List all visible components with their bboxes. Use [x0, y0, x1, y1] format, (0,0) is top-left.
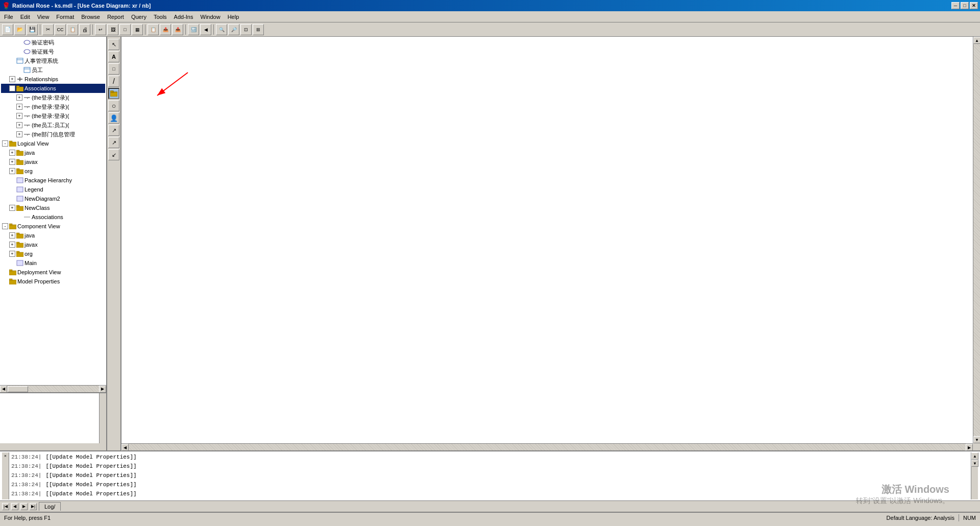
tree-expand-javax[interactable]: + — [9, 159, 15, 165]
close-button[interactable]: ✕ — [970, 2, 978, 9]
menu-format[interactable]: Format — [53, 13, 77, 21]
tree-expand-newclass[interactable]: + — [9, 205, 15, 211]
v-scroll-up[interactable]: ▲ — [973, 37, 980, 44]
menu-report[interactable]: Report — [104, 13, 127, 21]
tree-item-main[interactable]: Main — [1, 258, 105, 268]
h-scroll-thumb[interactable] — [8, 386, 28, 392]
tool-folder[interactable] — [108, 88, 119, 99]
tb-save[interactable]: 💾 — [27, 24, 38, 35]
tree-item-relationships[interactable]: +Relationships — [1, 75, 105, 84]
tool-arrow1[interactable]: ↗ — [108, 125, 119, 136]
tool-actor[interactable]: 👤 — [108, 112, 119, 124]
log-v-scrollbar[interactable]: ▲ ▼ — [971, 452, 978, 499]
tb-b3[interactable]: 📥 — [172, 24, 183, 35]
tool-arrow2[interactable]: ↗ — [108, 137, 119, 148]
menu-help[interactable]: Help — [225, 13, 242, 21]
tree-expand-java[interactable]: + — [9, 150, 15, 156]
tb-copy[interactable]: CC — [55, 24, 66, 35]
h-scroll-right-canvas[interactable]: ▶ — [966, 444, 973, 451]
tree-h-scrollbar[interactable]: ◀ ▶ — [0, 385, 106, 392]
tb-cut[interactable]: ✂ — [42, 24, 54, 35]
tree-expand-assoc1[interactable]: + — [16, 94, 22, 101]
tree-item-pkghier[interactable]: Package Hierarchy — [1, 176, 105, 185]
tb-print[interactable]: 🖨 — [79, 24, 90, 35]
tree-expand-associations[interactable]: - — [9, 85, 15, 91]
menu-browse[interactable]: Browse — [78, 13, 103, 21]
tb-fit2[interactable]: ⊞ — [253, 24, 264, 35]
tb-prev[interactable]: ◀ — [200, 24, 211, 35]
tree-item-yanzhengzhanghao[interactable]: 验证账号 — [1, 47, 105, 56]
tree-item-modelprops[interactable]: Model Properties — [1, 277, 105, 286]
tree-expand-relationships[interactable]: + — [9, 76, 15, 82]
log-tab[interactable]: Log/ — [39, 502, 61, 511]
h-scroll-right[interactable]: ▶ — [99, 386, 106, 393]
menu-window[interactable]: Window — [198, 13, 224, 21]
tb-open[interactable]: 📂 — [14, 24, 26, 35]
menu-edit[interactable]: Edit — [17, 13, 33, 21]
canvas-v-scrollbar[interactable]: ▲ ▼ — [973, 37, 980, 443]
tree-expand-java2[interactable]: + — [9, 232, 15, 238]
v-scroll-track[interactable] — [973, 44, 980, 436]
log-nav-next[interactable]: ▶ — [20, 503, 28, 510]
h-scroll-track-canvas[interactable] — [129, 444, 966, 450]
tree-item-associations2[interactable]: Associations — [1, 212, 105, 222]
menu-query[interactable]: Query — [128, 13, 150, 21]
tool-select[interactable]: ↖ — [108, 39, 119, 50]
tb-paste[interactable]: 📋 — [67, 24, 78, 35]
tree-item-javax2[interactable]: +javax — [1, 240, 105, 249]
tree-item-newdiag2[interactable]: NewDiagram2 — [1, 194, 105, 203]
canvas-area[interactable] — [121, 37, 973, 443]
tb-box1[interactable]: □ — [119, 24, 131, 35]
tb-fit1[interactable]: ⊡ — [240, 24, 252, 35]
tb-undo[interactable]: ↩ — [95, 24, 106, 35]
log-nav-last[interactable]: ▶| — [30, 503, 37, 510]
tree-item-legend[interactable]: Legend — [1, 185, 105, 194]
tree-item-java2[interactable]: +java — [1, 231, 105, 240]
tree-item-assoc2[interactable]: +✓(the登录:登录)( — [1, 102, 105, 111]
tool-text[interactable]: A — [108, 51, 119, 62]
log-close-button[interactable]: ✕ — [4, 453, 7, 458]
h-scroll-left[interactable]: ◀ — [0, 386, 7, 393]
minimize-button[interactable]: ─ — [951, 2, 960, 9]
tool-arrow3[interactable]: ↙ — [108, 149, 119, 160]
tree-item-deployview[interactable]: Deployment View — [1, 268, 105, 277]
tool-line[interactable]: / — [108, 76, 119, 87]
tree-item-org[interactable]: +org — [1, 166, 105, 176]
h-scroll-left-canvas[interactable]: ◀ — [121, 444, 129, 451]
tree-item-assoc1[interactable]: +✓(the登录:登录)( — [1, 93, 105, 102]
log-scroll-up[interactable]: ▲ — [971, 452, 978, 460]
v-scroll-down[interactable]: ▼ — [973, 436, 980, 443]
tb-image[interactable]: 🖼 — [107, 24, 118, 35]
canvas-h-scrollbar[interactable]: ◀ ▶ — [121, 443, 973, 450]
tree-item-associations[interactable]: -Associations — [1, 84, 105, 93]
tree-item-logicalview[interactable]: -Logical View — [1, 139, 105, 148]
tree-item-assoc4[interactable]: +✓(the员工:员工)( — [1, 121, 105, 130]
tree-expand-assoc4[interactable]: + — [16, 122, 22, 128]
tree-expand-assoc3[interactable]: + — [16, 113, 22, 119]
tree-item-componentview[interactable]: -Component View — [1, 222, 105, 231]
tb-box2[interactable]: ▦ — [132, 24, 143, 35]
tb-zoomin[interactable]: 🔍 — [216, 24, 227, 35]
tree-expand-org2[interactable]: + — [9, 251, 15, 257]
tree-item-java[interactable]: +java — [1, 148, 105, 157]
tree-expand-componentview[interactable]: - — [2, 223, 8, 229]
tool-ellipse[interactable]: ○ — [108, 100, 119, 111]
tree-item-yuangong[interactable]: 员工 — [1, 65, 105, 75]
tb-new[interactable]: 📄 — [2, 24, 13, 35]
tree-item-newclass[interactable]: +NewClass — [1, 203, 105, 212]
tb-b1[interactable]: 📋 — [148, 24, 159, 35]
log-nav-first[interactable]: |◀ — [2, 503, 9, 510]
tree-expand-assoc5[interactable]: + — [16, 131, 22, 137]
log-nav-prev[interactable]: ◀ — [11, 503, 18, 510]
tree-item-assoc5[interactable]: +✓(the部门信息管理 — [1, 130, 105, 139]
tb-zoomout[interactable]: 🔎 — [228, 24, 239, 35]
preview-v-scroll[interactable] — [99, 393, 106, 443]
tree-item-assoc3[interactable]: +✓(the登录:登录)( — [1, 111, 105, 121]
tree-item-javax[interactable]: +javax — [1, 157, 105, 166]
tree-view[interactable]: 验证密码验证账号人事管理系统员工+Relationships-Associati… — [0, 37, 106, 385]
tree-item-renshiguanli[interactable]: 人事管理系统 — [1, 56, 105, 65]
tb-b2[interactable]: 📤 — [160, 24, 171, 35]
menu-addins[interactable]: Add-Ins — [171, 13, 197, 21]
log-scroll-down[interactable]: ▼ — [971, 460, 978, 467]
menu-view[interactable]: View — [34, 13, 53, 21]
